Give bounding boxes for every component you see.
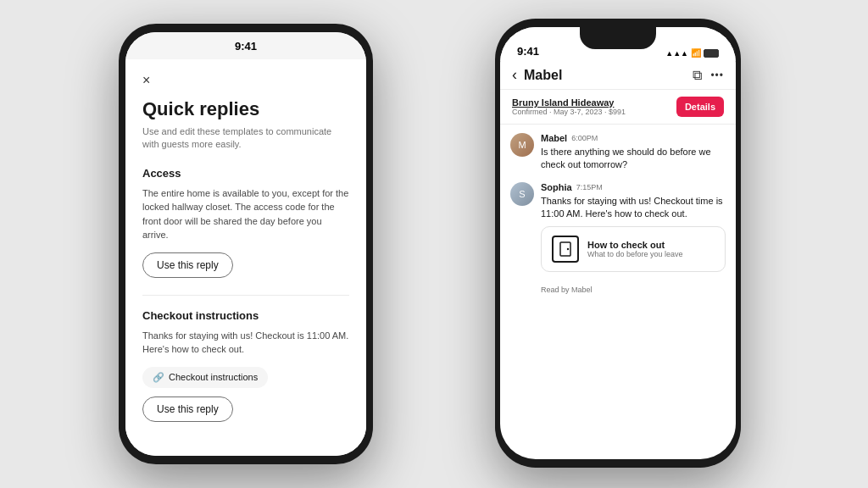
sender-mabel: Mabel bbox=[541, 133, 567, 143]
message-content-mabel: Mabel 6:00PM Is there anything we should… bbox=[541, 133, 726, 172]
status-icons: ▲▲▲ 📶 bbox=[665, 48, 719, 58]
front-status-time: 9:41 bbox=[517, 45, 539, 58]
booking-info: Bruny Island Hideaway Confirmed · May 3-… bbox=[512, 97, 676, 116]
time-sophia: 7:15PM bbox=[576, 183, 603, 191]
header-icons: ⧉ ••• bbox=[693, 68, 724, 83]
checkout-link-label: Checkout instructions bbox=[169, 372, 258, 382]
message-text-mabel: Is there anything we should do before we… bbox=[541, 146, 726, 172]
back-status-bar: 9:41 bbox=[125, 32, 366, 59]
checkout-card-subtitle: What to do before you leave bbox=[587, 250, 715, 258]
link-icon: 🔗 bbox=[153, 372, 164, 383]
use-reply-access-button[interactable]: Use this reply bbox=[142, 252, 233, 278]
message-row-sophia: S Sophia 7:15PM Thanks for staying with … bbox=[510, 182, 726, 272]
checkout-card-title: How to check out bbox=[587, 240, 715, 250]
phone-front-screen: 9:41 ▲▲▲ 📶 ‹ Mabel ⧉ ••• bbox=[500, 27, 736, 459]
avatar-mabel: M bbox=[510, 133, 534, 157]
quick-replies-subtitle: Use and edit these templates to communic… bbox=[142, 125, 349, 152]
message-text-sophia: Thanks for staying with us! Checkout tim… bbox=[541, 195, 726, 221]
access-section-title: Access bbox=[142, 167, 349, 180]
scene: 9:41 × Quick replies Use and edit these … bbox=[0, 0, 868, 488]
quick-replies-title: Quick replies bbox=[142, 98, 349, 120]
phone-back-screen: 9:41 × Quick replies Use and edit these … bbox=[125, 32, 366, 456]
message-row-mabel: M Mabel 6:00PM Is there anything we shou… bbox=[510, 133, 726, 172]
back-arrow-icon[interactable]: ‹ bbox=[512, 66, 517, 84]
message-meta-mabel: Mabel 6:00PM bbox=[541, 133, 726, 143]
more-icon[interactable]: ••• bbox=[710, 69, 724, 81]
avatar-sophia: S bbox=[510, 182, 534, 206]
booking-details: Confirmed · May 3-7, 2023 · $991 bbox=[512, 108, 676, 116]
checkout-section-title: Checkout instructions bbox=[142, 309, 349, 322]
read-receipt: Read by Mabel bbox=[541, 286, 726, 294]
chat-header: ‹ Mabel ⧉ ••• bbox=[500, 61, 736, 90]
booking-banner: Bruny Island Hideaway Confirmed · May 3-… bbox=[500, 90, 736, 125]
message-content-sophia: Sophia 7:15PM Thanks for staying with us… bbox=[541, 182, 726, 272]
checkout-card-info: How to check out What to do before you l… bbox=[587, 240, 715, 258]
divider bbox=[142, 295, 349, 296]
checkout-body: Thanks for staying with us! Checkout is … bbox=[142, 329, 349, 357]
use-reply-checkout-button[interactable]: Use this reply bbox=[142, 396, 233, 422]
signal-icon: ▲▲▲ bbox=[665, 49, 688, 58]
chat-header-name: Mabel bbox=[524, 68, 686, 83]
close-button[interactable]: × bbox=[142, 73, 349, 88]
phone-back: 9:41 × Quick replies Use and edit these … bbox=[119, 24, 373, 464]
notch bbox=[580, 27, 656, 49]
access-body: The entire home is available to you, exc… bbox=[142, 186, 349, 242]
details-button[interactable]: Details bbox=[676, 97, 724, 117]
time-mabel: 6:00PM bbox=[571, 134, 598, 142]
phone-front: 9:41 ▲▲▲ 📶 ‹ Mabel ⧉ ••• bbox=[495, 19, 741, 468]
chat-messages: M Mabel 6:00PM Is there anything we shou… bbox=[500, 125, 736, 302]
checkout-link-pill[interactable]: 🔗 Checkout instructions bbox=[142, 367, 268, 388]
checkout-card[interactable]: How to check out What to do before you l… bbox=[541, 226, 726, 272]
wifi-icon: 📶 bbox=[691, 48, 701, 58]
quick-replies-content: × Quick replies Use and edit these templ… bbox=[125, 59, 366, 456]
sender-sophia: Sophia bbox=[541, 182, 572, 192]
battery-icon bbox=[704, 49, 719, 58]
checkout-card-door-icon bbox=[552, 236, 579, 263]
message-meta-sophia: Sophia 7:15PM bbox=[541, 182, 726, 192]
copy-icon[interactable]: ⧉ bbox=[693, 68, 702, 83]
booking-name[interactable]: Bruny Island Hideaway bbox=[512, 97, 676, 108]
svg-point-1 bbox=[567, 247, 569, 249]
back-status-time: 9:41 bbox=[235, 40, 257, 53]
svg-rect-0 bbox=[560, 242, 570, 256]
